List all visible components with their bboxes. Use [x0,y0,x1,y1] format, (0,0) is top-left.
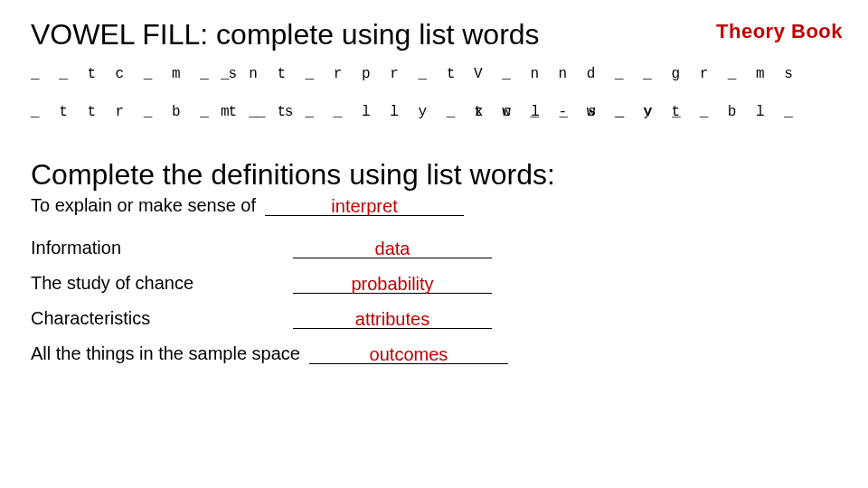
definition-row: Characteristics attributes [31,306,837,329]
definition-row: All the things in the sample space outco… [31,342,837,364]
vowel-cell: _ _ t c _ m _ s [31,66,212,82]
answer-blank[interactable]: attributes [293,306,492,329]
answer-text: probability [293,275,492,293]
brand-theory-book: Theory Book [716,20,843,43]
answer-text: interpret [265,197,464,215]
definition-clue: All the things in the sample space [31,343,300,364]
definition-clue: To explain or make sense of [31,195,256,216]
vowel-fill-grid: _ _ t c _ m _ s _ n t _ r p r _ t V _ n … [31,66,837,120]
definitions-heading: Complete the definitions using list word… [31,158,837,192]
answer-text: data [293,239,492,258]
answer-text: attributes [293,310,492,328]
answer-text: outcomes [309,345,508,363]
answer-blank[interactable]: data [293,236,492,258]
vowel-cell: V _ n n d _ _ g r _ m s [474,66,718,82]
answer-blank[interactable]: interpret [265,193,464,216]
worksheet-page: Theory Book VOWEL FILL: complete using l… [0,0,868,488]
vowel-cell: _ t t r _ b _ t _ s [31,104,212,120]
vowel-cell: t w _ - w _ y t _ b l _ [474,104,718,120]
answer-blank[interactable]: outcomes [309,342,508,364]
definition-row: To explain or make sense of interpret [31,193,837,216]
definition-row: The study of chance probability [31,271,837,294]
definition-clue: Information [31,238,284,258]
definition-clue: The study of chance [31,273,284,294]
definition-row: Information data [31,236,837,258]
vowel-cell: m _ t _ _ l l y _ x c l _ s _ v _ [221,104,465,120]
definition-clue: Characteristics [31,308,284,329]
answer-blank[interactable]: probability [293,271,492,294]
vowel-cell: _ n t _ r p r _ t [221,66,465,82]
